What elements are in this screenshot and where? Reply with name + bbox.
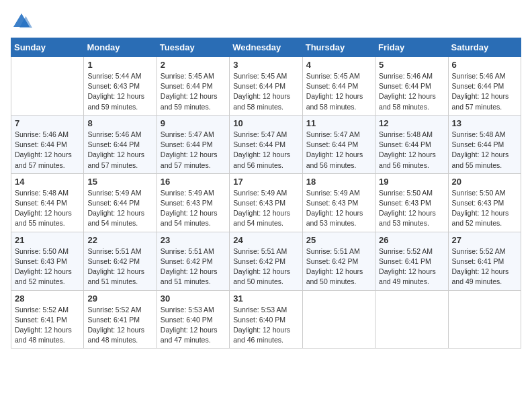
day-number: 4: [306, 60, 371, 70]
day-number: 26: [379, 235, 444, 245]
day-info: Sunrise: 5:48 AMSunset: 6:44 PMDaylight:…: [15, 188, 80, 229]
day-number: 27: [452, 235, 517, 245]
day-number: 6: [452, 60, 517, 70]
calendar-cell: 3Sunrise: 5:45 AMSunset: 6:44 PMDaylight…: [230, 57, 302, 116]
day-number: 18: [306, 177, 371, 187]
day-number: 19: [379, 177, 444, 187]
day-info: Sunrise: 5:47 AMSunset: 6:44 PMDaylight:…: [306, 130, 371, 171]
weekday-header-row: SundayMondayTuesdayWednesdayThursdayFrid…: [11, 38, 521, 57]
day-number: 13: [452, 118, 517, 128]
day-info: Sunrise: 5:51 AMSunset: 6:42 PMDaylight:…: [161, 246, 226, 287]
day-info: Sunrise: 5:51 AMSunset: 6:42 PMDaylight:…: [233, 246, 298, 287]
week-row-1: 1Sunrise: 5:44 AMSunset: 6:43 PMDaylight…: [11, 57, 521, 116]
day-info: Sunrise: 5:44 AMSunset: 6:43 PMDaylight:…: [87, 71, 152, 112]
day-info: Sunrise: 5:47 AMSunset: 6:44 PMDaylight:…: [161, 130, 226, 171]
day-number: 16: [161, 177, 226, 187]
day-info: Sunrise: 5:46 AMSunset: 6:44 PMDaylight:…: [379, 71, 444, 112]
day-number: 25: [306, 235, 371, 245]
calendar-cell: 13Sunrise: 5:48 AMSunset: 6:44 PMDayligh…: [448, 115, 521, 173]
calendar-cell: 15Sunrise: 5:49 AMSunset: 6:44 PMDayligh…: [84, 173, 157, 232]
day-info: Sunrise: 5:50 AMSunset: 6:43 PMDaylight:…: [15, 246, 80, 287]
day-number: 11: [306, 118, 371, 128]
day-info: Sunrise: 5:52 AMSunset: 6:41 PMDaylight:…: [87, 305, 152, 346]
week-row-4: 21Sunrise: 5:50 AMSunset: 6:43 PMDayligh…: [11, 232, 521, 290]
day-info: Sunrise: 5:49 AMSunset: 6:43 PMDaylight:…: [161, 188, 226, 229]
weekday-header-wednesday: Wednesday: [230, 38, 302, 57]
calendar-cell: 4Sunrise: 5:45 AMSunset: 6:44 PMDaylight…: [302, 57, 375, 116]
day-number: 10: [233, 118, 298, 128]
calendar-cell: 23Sunrise: 5:51 AMSunset: 6:42 PMDayligh…: [157, 232, 229, 290]
page-header: [11, 11, 521, 32]
weekday-header-thursday: Thursday: [302, 38, 375, 57]
calendar-cell: 12Sunrise: 5:48 AMSunset: 6:44 PMDayligh…: [375, 115, 448, 173]
day-info: Sunrise: 5:53 AMSunset: 6:40 PMDaylight:…: [233, 305, 298, 346]
logo-icon: [11, 11, 32, 32]
weekday-header-sunday: Sunday: [11, 38, 84, 57]
day-info: Sunrise: 5:45 AMSunset: 6:44 PMDaylight:…: [233, 71, 298, 112]
calendar-cell: 19Sunrise: 5:50 AMSunset: 6:43 PMDayligh…: [375, 173, 448, 232]
day-number: 29: [87, 293, 152, 304]
calendar-cell: 17Sunrise: 5:49 AMSunset: 6:43 PMDayligh…: [230, 173, 302, 232]
day-info: Sunrise: 5:49 AMSunset: 6:44 PMDaylight:…: [87, 188, 152, 229]
weekday-header-friday: Friday: [375, 38, 448, 57]
day-number: 28: [15, 293, 80, 304]
day-number: 17: [233, 177, 298, 187]
day-info: Sunrise: 5:45 AMSunset: 6:44 PMDaylight:…: [161, 71, 226, 112]
calendar-cell: [375, 290, 448, 349]
day-info: Sunrise: 5:50 AMSunset: 6:43 PMDaylight:…: [452, 188, 517, 229]
logo: [11, 11, 35, 32]
calendar-cell: [11, 57, 84, 116]
calendar-cell: 30Sunrise: 5:53 AMSunset: 6:40 PMDayligh…: [157, 290, 229, 349]
calendar-cell: 20Sunrise: 5:50 AMSunset: 6:43 PMDayligh…: [448, 173, 521, 232]
week-row-5: 28Sunrise: 5:52 AMSunset: 6:41 PMDayligh…: [11, 290, 521, 349]
calendar-cell: 8Sunrise: 5:46 AMSunset: 6:44 PMDaylight…: [84, 115, 157, 173]
day-number: 9: [161, 118, 226, 128]
day-info: Sunrise: 5:48 AMSunset: 6:44 PMDaylight:…: [452, 130, 517, 171]
day-info: Sunrise: 5:49 AMSunset: 6:43 PMDaylight:…: [233, 188, 298, 229]
calendar-cell: 7Sunrise: 5:46 AMSunset: 6:44 PMDaylight…: [11, 115, 84, 173]
calendar-cell: 6Sunrise: 5:46 AMSunset: 6:44 PMDaylight…: [448, 57, 521, 116]
day-info: Sunrise: 5:53 AMSunset: 6:40 PMDaylight:…: [161, 305, 226, 346]
calendar-cell: 27Sunrise: 5:52 AMSunset: 6:41 PMDayligh…: [448, 232, 521, 290]
day-number: 7: [15, 118, 80, 128]
day-number: 3: [233, 60, 298, 70]
day-info: Sunrise: 5:51 AMSunset: 6:42 PMDaylight:…: [306, 246, 371, 287]
day-info: Sunrise: 5:52 AMSunset: 6:41 PMDaylight:…: [379, 246, 444, 287]
calendar-cell: 16Sunrise: 5:49 AMSunset: 6:43 PMDayligh…: [157, 173, 229, 232]
calendar-cell: 9Sunrise: 5:47 AMSunset: 6:44 PMDaylight…: [157, 115, 229, 173]
calendar-table: SundayMondayTuesdayWednesdayThursdayFrid…: [11, 38, 521, 349]
day-info: Sunrise: 5:52 AMSunset: 6:41 PMDaylight:…: [452, 246, 517, 287]
day-number: 5: [379, 60, 444, 70]
day-info: Sunrise: 5:45 AMSunset: 6:44 PMDaylight:…: [306, 71, 371, 112]
day-number: 23: [161, 235, 226, 245]
day-info: Sunrise: 5:48 AMSunset: 6:44 PMDaylight:…: [379, 130, 444, 171]
calendar-cell: 28Sunrise: 5:52 AMSunset: 6:41 PMDayligh…: [11, 290, 84, 349]
calendar-cell: 11Sunrise: 5:47 AMSunset: 6:44 PMDayligh…: [302, 115, 375, 173]
day-number: 30: [161, 293, 226, 304]
calendar-cell: 5Sunrise: 5:46 AMSunset: 6:44 PMDaylight…: [375, 57, 448, 116]
day-number: 22: [87, 235, 152, 245]
week-row-2: 7Sunrise: 5:46 AMSunset: 6:44 PMDaylight…: [11, 115, 521, 173]
day-info: Sunrise: 5:49 AMSunset: 6:43 PMDaylight:…: [306, 188, 371, 229]
day-number: 21: [15, 235, 80, 245]
calendar-cell: 18Sunrise: 5:49 AMSunset: 6:43 PMDayligh…: [302, 173, 375, 232]
weekday-header-saturday: Saturday: [448, 38, 521, 57]
weekday-header-monday: Monday: [84, 38, 157, 57]
calendar-cell: 26Sunrise: 5:52 AMSunset: 6:41 PMDayligh…: [375, 232, 448, 290]
calendar-cell: 1Sunrise: 5:44 AMSunset: 6:43 PMDaylight…: [84, 57, 157, 116]
day-number: 20: [452, 177, 517, 187]
calendar-cell: 22Sunrise: 5:51 AMSunset: 6:42 PMDayligh…: [84, 232, 157, 290]
day-number: 1: [87, 60, 152, 70]
calendar-cell: 24Sunrise: 5:51 AMSunset: 6:42 PMDayligh…: [230, 232, 302, 290]
calendar-cell: 25Sunrise: 5:51 AMSunset: 6:42 PMDayligh…: [302, 232, 375, 290]
day-number: 12: [379, 118, 444, 128]
day-info: Sunrise: 5:46 AMSunset: 6:44 PMDaylight:…: [452, 71, 517, 112]
calendar-cell: [448, 290, 521, 349]
day-number: 14: [15, 177, 80, 187]
weekday-header-tuesday: Tuesday: [157, 38, 229, 57]
calendar-cell: 29Sunrise: 5:52 AMSunset: 6:41 PMDayligh…: [84, 290, 157, 349]
calendar-cell: 10Sunrise: 5:47 AMSunset: 6:44 PMDayligh…: [230, 115, 302, 173]
day-info: Sunrise: 5:51 AMSunset: 6:42 PMDaylight:…: [87, 246, 152, 287]
calendar-cell: 21Sunrise: 5:50 AMSunset: 6:43 PMDayligh…: [11, 232, 84, 290]
day-info: Sunrise: 5:46 AMSunset: 6:44 PMDaylight:…: [15, 130, 80, 171]
